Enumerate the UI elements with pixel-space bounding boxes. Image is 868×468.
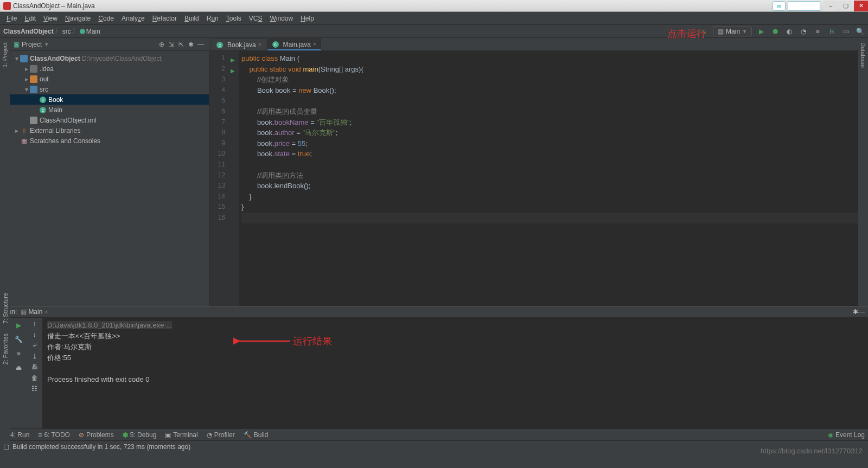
wrench-icon[interactable]: 🔧 — [13, 334, 24, 345]
tree-idea[interactable]: ▸.idea — [10, 63, 209, 74]
left-stripe-bottom: 7: Structure 2: Favorites — [0, 293, 10, 445]
tree-scratches[interactable]: ▦Scratches and Consoles — [10, 136, 209, 146]
breadcrumb-project[interactable]: ClassAndObject — [3, 28, 54, 35]
menu-bar: File Edit View Navigate Code Analyze Ref… — [0, 12, 868, 25]
collapse-icon[interactable]: ⇱ — [176, 40, 186, 49]
hide-run-icon[interactable]: — — [858, 308, 865, 316]
bottom-profiler[interactable]: ◔Profiler — [207, 431, 235, 439]
tab-structure[interactable]: 7: Structure — [2, 293, 9, 324]
tree-book[interactable]: cBook — [10, 94, 209, 105]
search-icon[interactable]: 🔍 — [855, 27, 865, 36]
run-toolbar-2: ↑ ↓ ⤶ ⤓ 🖶 🗑 ☷ — [27, 318, 43, 428]
cloud-icon[interactable]: ∞ — [773, 1, 786, 11]
tree-root[interactable]: ▾ClassAndObject D:\mycode\ClassAndObject — [10, 53, 209, 63]
bottom-todo[interactable]: ≡6: TODO — [38, 431, 70, 439]
close-icon[interactable]: × — [258, 42, 261, 48]
status-message: Build completed successfully in 1 sec, 7… — [12, 443, 190, 451]
minimize-button[interactable]: – — [824, 1, 838, 11]
app-icon — [3, 2, 11, 10]
tab-main[interactable]: cMain.java× — [267, 39, 321, 50]
structure-icon[interactable]: ▭ — [841, 27, 851, 36]
bottom-debug[interactable]: ⬢5: Debug — [123, 431, 157, 439]
softwrap-icon[interactable]: ⤶ — [32, 342, 37, 349]
window-title: ClassAndObject – Main.java — [13, 2, 95, 10]
class-icon — [80, 29, 85, 34]
breadcrumb[interactable]: ClassAndObject 〉 src 〉 Main — [3, 27, 100, 36]
project-tree[interactable]: ▾ClassAndObject D:\mycode\ClassAndObject… — [10, 51, 209, 148]
locate-icon[interactable]: ⊕ — [157, 40, 167, 49]
up-icon[interactable]: ↑ — [33, 320, 36, 328]
tab-database[interactable]: Database — [859, 40, 867, 70]
maximize-button[interactable]: ▢ — [839, 1, 853, 11]
tree-out[interactable]: ▸out — [10, 74, 209, 84]
bottom-terminal[interactable]: ▣Terminal — [165, 431, 197, 439]
tree-main[interactable]: cMain — [10, 105, 209, 115]
menu-code[interactable]: Code — [95, 14, 117, 23]
down-icon[interactable]: ↓ — [33, 331, 36, 338]
code-text[interactable]: public class Main { public static void m… — [239, 51, 861, 306]
tree-iml[interactable]: ClassAndObject.iml — [10, 115, 209, 125]
hide-icon[interactable]: — — [196, 40, 206, 49]
bottom-tool-tabs: ▶4: Run ≡6: TODO ⊘Problems ⬢5: Debug ▣Te… — [0, 428, 868, 440]
tab-project[interactable]: 1: Project — [1, 40, 9, 69]
tab-book[interactable]: cBook.java× — [212, 39, 266, 50]
line-gutter[interactable]: 1▶2▶345678910111213141516 — [209, 51, 239, 306]
profiler-button[interactable]: ◔ — [799, 27, 808, 36]
build-hammer-icon[interactable]: ↘ — [699, 27, 709, 36]
tree-src[interactable]: ▾src — [10, 84, 209, 94]
rerun-icon[interactable]: ▶ — [13, 320, 24, 331]
run-tool-window: Run: ▦ Main × ✱ — ▶ 🔧 ■ ⏏ ↑ ↓ ⤶ ⤓ 🖶 🗑 ☷ … — [0, 306, 868, 428]
settings-icon[interactable]: ✱ — [186, 40, 196, 49]
stop-button[interactable]: ■ — [813, 27, 822, 36]
menu-tools[interactable]: Tools — [223, 14, 245, 23]
menu-navigate[interactable]: Navigate — [62, 14, 94, 23]
bottom-problems[interactable]: ⊘Problems — [79, 431, 114, 439]
run-config-selector[interactable]: ▦ Main ▼ — [713, 27, 752, 36]
menu-window[interactable]: Window — [266, 14, 296, 23]
main-area: 1: Project ▣ Project ▼ ⊕ ⇲ ⇱ ✱ — ▾ClassA… — [0, 38, 868, 306]
project-tool-header: ▣ Project ▼ ⊕ ⇲ ⇱ ✱ — — [10, 38, 209, 51]
print-icon[interactable]: 🖶 — [31, 363, 38, 371]
tree-libs[interactable]: ▸⫴External Libraries — [10, 125, 209, 136]
menu-edit[interactable]: Edit — [21, 14, 39, 23]
menu-run[interactable]: Run — [203, 14, 222, 23]
bottom-build[interactable]: 🔨Build — [244, 431, 269, 439]
titlebar-search[interactable] — [788, 1, 820, 11]
breadcrumb-file[interactable]: Main — [86, 28, 100, 35]
close-icon[interactable]: × — [313, 41, 316, 47]
toolbar-right: ↘ ▦ Main ▼ ▶ ⬢ ◐ ◔ ■ ⎘ ▭ 🔍 — [699, 27, 865, 36]
run-button[interactable]: ▶ — [756, 27, 766, 36]
breadcrumb-folder[interactable]: src — [62, 28, 71, 35]
menu-vcs[interactable]: VCS — [246, 14, 266, 23]
tab-favorites[interactable]: 2: Favorites — [2, 334, 9, 364]
trash-icon[interactable]: 🗑 — [31, 374, 38, 382]
menu-help[interactable]: Help — [297, 14, 317, 23]
left-stripe: 1: Project — [0, 38, 10, 306]
menu-file[interactable]: File — [3, 14, 20, 23]
menu-build[interactable]: Build — [181, 14, 202, 23]
stop-icon[interactable]: ■ — [13, 348, 24, 359]
editor: cBook.java× cMain.java× 1▶2▶345678910111… — [209, 38, 868, 306]
run-tool-header: Run: ▦ Main × ✱ — — [0, 306, 868, 318]
project-sidebar: ▣ Project ▼ ⊕ ⇲ ⇱ ✱ — ▾ClassAndObject D:… — [10, 38, 209, 306]
code-area[interactable]: 1▶2▶345678910111213141516 public class M… — [209, 51, 868, 306]
watermark: https://blog.csdn.net/l312770312 — [761, 447, 863, 455]
editor-tabs: cBook.java× cMain.java× — [209, 38, 868, 51]
filter-icon[interactable]: ☷ — [31, 385, 37, 393]
close-button[interactable]: ✕ — [854, 1, 868, 11]
bottom-eventlog[interactable]: ◉Event Log — [828, 431, 865, 439]
scroll-icon[interactable]: ⤓ — [32, 352, 37, 360]
menu-refactor[interactable]: Refactor — [149, 14, 180, 23]
project-tool-label: Project — [22, 41, 42, 48]
right-stripe: Database — [858, 38, 868, 306]
expand-icon[interactable]: ⇲ — [167, 40, 176, 49]
console-output[interactable]: D:\Java\jdk1.8.0_201\jdk\bin\java.exe ..… — [43, 318, 868, 428]
coverage-button[interactable]: ◐ — [784, 27, 794, 36]
navigation-bar: ClassAndObject 〉 src 〉 Main ↘ ▦ Main ▼ ▶… — [0, 25, 868, 38]
debug-button[interactable]: ⬢ — [770, 27, 780, 36]
menu-view[interactable]: View — [40, 14, 61, 23]
exit-icon[interactable]: ⏏ — [13, 362, 24, 373]
menu-analyze[interactable]: Analyze — [118, 14, 148, 23]
vcs-icon[interactable]: ⎘ — [827, 27, 837, 36]
gear-icon[interactable]: ✱ — [853, 308, 858, 316]
